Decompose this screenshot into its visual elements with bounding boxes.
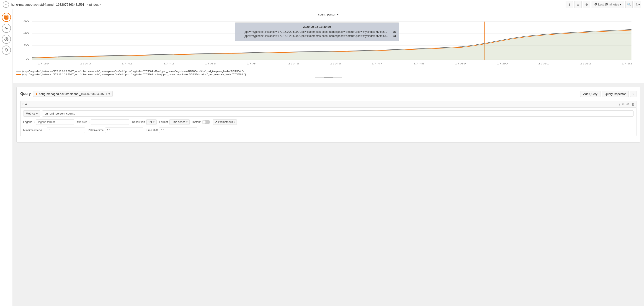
chart-metric-name: count_person <box>318 13 336 16</box>
breadcrumb-source: hong-managed-ack-std-flannel_16320753634… <box>11 3 84 6</box>
minstep-label: Min step <box>77 120 87 124</box>
tooltip-label-2: {app="mypindex",instance="172.16.1.28:50… <box>244 34 388 37</box>
min-time-interval-group: Min time interval ℹ <box>23 127 85 133</box>
sidebar-item-chart[interactable] <box>2 24 11 33</box>
search-button[interactable]: 🔍 <box>625 1 632 8</box>
metrics-input[interactable] <box>42 110 634 117</box>
chart-tooltip: 2020-09-15 17:49:30 {app="mypindex",inst… <box>235 22 399 41</box>
query-row-a-body: Metrics ▾ Legend ℹ <box>20 108 636 136</box>
minstep-info-icon[interactable]: ℹ <box>89 121 90 124</box>
row-label-a: A <box>25 102 27 106</box>
svg-text:17:51: 17:51 <box>538 62 549 65</box>
add-query-button[interactable]: Add Query <box>580 91 600 97</box>
move-up-icon[interactable]: ↑ <box>619 102 620 106</box>
min-time-interval-input[interactable] <box>47 127 85 133</box>
svg-text:17:39: 17:39 <box>38 62 49 65</box>
time-range-label: Last 15 minutes <box>598 3 619 6</box>
svg-point-1 <box>6 39 7 40</box>
duplicate-icon[interactable]: ⧉ <box>622 102 624 106</box>
chart-container: 60 40 20 0 <box>16 18 640 68</box>
chevron-down-icon: ▾ <box>100 3 101 6</box>
format-group: Format Time series ▾ <box>159 119 190 125</box>
metrics-type-button[interactable]: Metrics ▾ <box>23 110 40 117</box>
instant-label: Instant <box>192 120 200 124</box>
breadcrumb-page: pindex <box>89 3 99 6</box>
refresh-button[interactable]: ↻ ▾ <box>634 1 641 8</box>
svg-text:17:43: 17:43 <box>205 62 216 65</box>
svg-text:17:52: 17:52 <box>580 62 591 65</box>
minstep-input[interactable] <box>91 119 129 125</box>
query-row-a: ▾ A ↓ ↑ ⧉ 👁 🗑 Metrics <box>20 101 636 136</box>
tooltip-timestamp: 2020-09-15 17:49:30 <box>238 25 396 28</box>
metrics-row: Metrics ▾ <box>23 110 634 117</box>
svg-text:17:49: 17:49 <box>455 62 466 65</box>
query-row-a-header: ▾ A ↓ ↑ ⧉ 👁 🗑 <box>20 101 636 108</box>
breadcrumb: hong-managed-ack-std-flannel_16320753634… <box>11 2 101 6</box>
back-button[interactable]: ← <box>3 1 9 8</box>
relative-time-input[interactable] <box>105 127 143 133</box>
prometheus-label: Prometheus <box>218 120 233 124</box>
time-shift-input[interactable] <box>159 127 197 133</box>
toggle-knob <box>202 120 206 124</box>
query-panel: Query ● hong-managed-ack-std-flannel_163… <box>16 87 640 143</box>
share-button[interactable]: ⬆ <box>566 1 573 8</box>
datasource-selector[interactable]: ● hong-managed-ack-std-flannel_163207536… <box>33 91 112 97</box>
legend-color-orange <box>16 74 21 75</box>
prometheus-info-icon[interactable]: ℹ <box>234 121 235 124</box>
query-inspector-button[interactable]: Query Inspector <box>602 91 629 97</box>
svg-text:0: 0 <box>26 58 29 61</box>
options-row: Legend ℹ Min step ℹ Resolution <box>23 119 634 125</box>
min-time-interval-info-icon[interactable]: ℹ <box>44 129 45 132</box>
tooltip-row-1: {app="mypindex",instance="172.16.0.23:50… <box>238 30 396 33</box>
prometheus-link[interactable]: ↗ Prometheus ℹ <box>213 119 237 125</box>
metrics-caret-icon: ▾ <box>36 112 38 115</box>
datasource-name: hong-managed-ack-std-flannel_16320753634… <box>39 92 107 96</box>
move-down-icon[interactable]: ↓ <box>615 102 617 106</box>
relative-time-group: Relative time <box>88 127 143 133</box>
chevron-down-icon: ▾ <box>620 3 622 6</box>
resolution-select[interactable]: 1/1 ▾ <box>146 119 156 125</box>
svg-text:17:44: 17:44 <box>246 62 258 65</box>
svg-text:17:45: 17:45 <box>288 62 299 65</box>
format-select[interactable]: Time series ▾ <box>169 119 190 125</box>
format-caret-icon: ▾ <box>186 120 188 124</box>
svg-point-0 <box>4 15 8 17</box>
delete-icon[interactable]: 🗑 <box>631 102 634 106</box>
sidebar-item-bell[interactable] <box>2 45 11 55</box>
query-header-right: Add Query Query Inspector ? <box>580 91 636 97</box>
sidebar-item-gear[interactable] <box>2 35 11 44</box>
instant-toggle[interactable] <box>202 120 210 124</box>
sidebar-item-database[interactable] <box>2 13 11 22</box>
instant-group: Instant <box>192 120 210 124</box>
svg-text:17:53: 17:53 <box>622 62 632 65</box>
refresh-icon: ↻ <box>636 3 638 6</box>
format-label: Format <box>159 120 168 124</box>
time-range-picker[interactable]: ⏱ Last 15 minutes ▾ <box>592 1 624 8</box>
clock-icon: ⏱ <box>594 3 597 6</box>
help-button[interactable]: ? <box>630 91 636 97</box>
refresh-caret-icon: ▾ <box>638 3 640 6</box>
scroll-track[interactable] <box>315 77 342 78</box>
legend-group: Legend ℹ <box>23 119 74 125</box>
tooltip-line-orange <box>238 36 242 36</box>
chart-area: count_person ▾ 60 40 20 0 <box>13 9 644 83</box>
hide-icon[interactable]: 👁 <box>626 102 630 106</box>
legend-info-icon[interactable]: ℹ <box>34 121 35 124</box>
svg-text:60: 60 <box>24 20 29 23</box>
scroll-thumb <box>324 77 333 78</box>
row-toggle-icon[interactable]: ▾ <box>22 103 24 106</box>
legend-label-1: {app="mypindex",instance="172.16.0.23:50… <box>22 70 244 73</box>
query-header: Query ● hong-managed-ack-std-flannel_163… <box>20 91 636 97</box>
chart-title-caret[interactable]: ▾ <box>337 13 339 16</box>
legend-format-input[interactable] <box>36 119 74 125</box>
resolution-group: Resolution 1/1 ▾ <box>132 119 156 125</box>
settings-button[interactable]: ⚙ <box>583 1 590 8</box>
svg-text:17:41: 17:41 <box>122 62 133 65</box>
breadcrumb-current[interactable]: pindex ▾ <box>89 3 101 6</box>
top-bar: ← hong-managed-ack-std-flannel_163207536… <box>0 0 644 9</box>
legend-label: Legend <box>23 120 32 124</box>
extra-options-row: Min time interval ℹ Relative time Time s… <box>23 127 634 133</box>
svg-text:17:50: 17:50 <box>496 62 508 65</box>
save-button[interactable]: ⊞ <box>574 1 582 8</box>
tooltip-value-1: 35 <box>390 30 396 33</box>
